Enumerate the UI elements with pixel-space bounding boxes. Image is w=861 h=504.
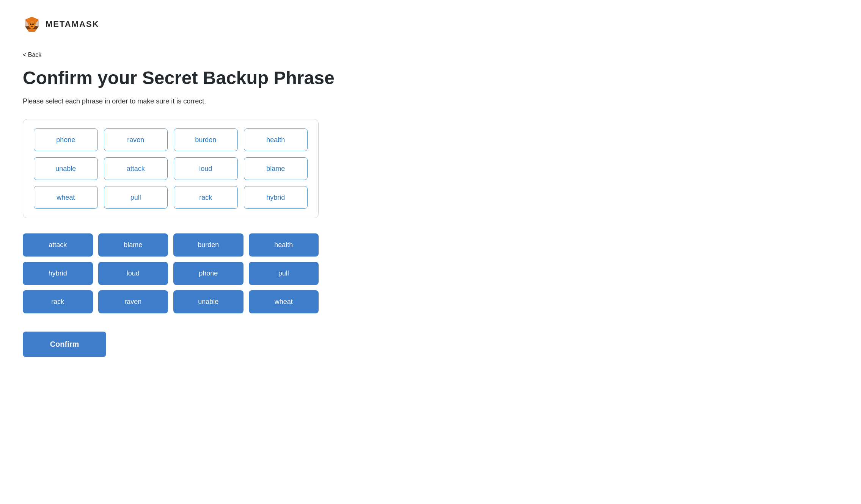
phrase-slot[interactable]: rack: [174, 186, 238, 209]
word-button-raven[interactable]: raven: [98, 290, 168, 313]
phrase-slot[interactable]: attack: [104, 157, 168, 180]
word-button-burden[interactable]: burden: [173, 233, 244, 257]
phrase-slot[interactable]: phone: [34, 128, 98, 151]
phrase-slot[interactable]: health: [244, 128, 308, 151]
word-button-unable[interactable]: unable: [173, 290, 244, 313]
word-button-health[interactable]: health: [249, 233, 319, 257]
word-button-loud[interactable]: loud: [98, 262, 168, 285]
word-button-wheat[interactable]: wheat: [249, 290, 319, 313]
word-button-rack[interactable]: rack: [23, 290, 93, 313]
phrase-slot[interactable]: loud: [174, 157, 238, 180]
svg-point-17: [30, 23, 31, 25]
logo-text: METAMASK: [46, 19, 99, 29]
phrase-slot[interactable]: raven: [104, 128, 168, 151]
metamask-logo-icon: [23, 15, 41, 33]
phrase-slot[interactable]: hybrid: [244, 186, 308, 209]
phrase-slot[interactable]: blame: [244, 157, 308, 180]
back-link[interactable]: < Back: [23, 52, 41, 58]
svg-point-18: [32, 23, 34, 25]
phrase-slot[interactable]: burden: [174, 128, 238, 151]
header: METAMASK: [23, 15, 838, 33]
word-button-phone[interactable]: phone: [173, 262, 244, 285]
phrase-slots-container: phoneravenburdenhealthunableattackloudbl…: [23, 119, 319, 218]
phrase-slot[interactable]: pull: [104, 186, 168, 209]
word-button-attack[interactable]: attack: [23, 233, 93, 257]
subtitle: Please select each phrase in order to ma…: [23, 97, 838, 105]
svg-point-19: [31, 26, 33, 27]
word-buttons-grid: attackblameburdenhealthhybridloudphonepu…: [23, 233, 319, 313]
word-button-pull[interactable]: pull: [249, 262, 319, 285]
page-title: Confirm your Secret Backup Phrase: [23, 67, 364, 88]
phrase-slot[interactable]: unable: [34, 157, 98, 180]
word-button-hybrid[interactable]: hybrid: [23, 262, 93, 285]
phrase-slot[interactable]: wheat: [34, 186, 98, 209]
word-button-blame[interactable]: blame: [98, 233, 168, 257]
confirm-button[interactable]: Confirm: [23, 332, 106, 357]
